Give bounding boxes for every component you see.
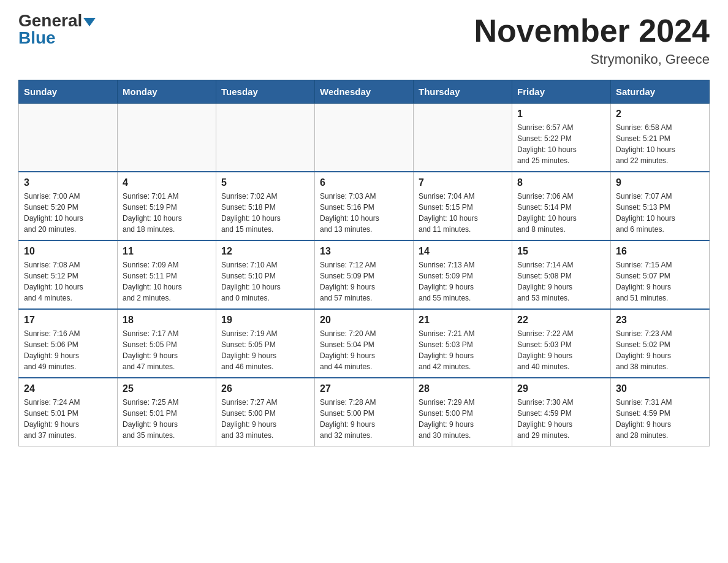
day-info: Sunrise: 7:31 AM Sunset: 4:59 PM Dayligh… bbox=[616, 397, 704, 441]
day-info: Sunrise: 7:17 AM Sunset: 5:05 PM Dayligh… bbox=[123, 328, 211, 372]
day-info: Sunrise: 7:00 AM Sunset: 5:20 PM Dayligh… bbox=[24, 191, 112, 235]
day-info: Sunrise: 7:28 AM Sunset: 5:00 PM Dayligh… bbox=[320, 397, 408, 441]
day-info: Sunrise: 7:06 AM Sunset: 5:14 PM Dayligh… bbox=[517, 191, 605, 235]
weekday-header-monday: Monday bbox=[118, 80, 216, 104]
day-info: Sunrise: 7:22 AM Sunset: 5:03 PM Dayligh… bbox=[517, 328, 605, 372]
calendar-day-cell: 28Sunrise: 7:29 AM Sunset: 5:00 PM Dayli… bbox=[414, 378, 512, 446]
calendar-day-cell: 20Sunrise: 7:20 AM Sunset: 5:04 PM Dayli… bbox=[315, 309, 414, 378]
day-number: 17 bbox=[24, 315, 112, 326]
calendar-day-cell: 30Sunrise: 7:31 AM Sunset: 4:59 PM Dayli… bbox=[611, 378, 710, 446]
calendar-day-cell: 10Sunrise: 7:08 AM Sunset: 5:12 PM Dayli… bbox=[19, 240, 118, 309]
weekday-header-saturday: Saturday bbox=[611, 80, 710, 104]
calendar-day-cell: 5Sunrise: 7:02 AM Sunset: 5:18 PM Daylig… bbox=[216, 172, 315, 240]
calendar-day-cell: 22Sunrise: 7:22 AM Sunset: 5:03 PM Dayli… bbox=[512, 309, 611, 378]
logo-triangle-icon bbox=[83, 18, 96, 26]
calendar-day-cell: 13Sunrise: 7:12 AM Sunset: 5:09 PM Dayli… bbox=[315, 240, 414, 309]
calendar-day-cell: 26Sunrise: 7:27 AM Sunset: 5:00 PM Dayli… bbox=[216, 378, 315, 446]
day-number: 2 bbox=[616, 109, 704, 120]
day-number: 30 bbox=[616, 383, 704, 394]
day-info: Sunrise: 7:30 AM Sunset: 4:59 PM Dayligh… bbox=[517, 397, 605, 441]
calendar-week-row: 24Sunrise: 7:24 AM Sunset: 5:01 PM Dayli… bbox=[19, 378, 710, 446]
day-number: 4 bbox=[123, 177, 211, 188]
calendar-day-cell: 7Sunrise: 7:04 AM Sunset: 5:15 PM Daylig… bbox=[414, 172, 512, 240]
day-number: 15 bbox=[517, 246, 605, 257]
day-number: 21 bbox=[419, 315, 507, 326]
day-number: 16 bbox=[616, 246, 704, 257]
calendar-day-cell: 2Sunrise: 6:58 AM Sunset: 5:21 PM Daylig… bbox=[611, 104, 710, 172]
calendar-week-row: 17Sunrise: 7:16 AM Sunset: 5:06 PM Dayli… bbox=[19, 309, 710, 378]
calendar-day-cell: 9Sunrise: 7:07 AM Sunset: 5:13 PM Daylig… bbox=[611, 172, 710, 240]
day-info: Sunrise: 7:04 AM Sunset: 5:15 PM Dayligh… bbox=[419, 191, 507, 235]
day-number: 18 bbox=[123, 315, 211, 326]
calendar-day-cell: 17Sunrise: 7:16 AM Sunset: 5:06 PM Dayli… bbox=[19, 309, 118, 378]
day-number: 29 bbox=[517, 383, 605, 394]
calendar-table: SundayMondayTuesdayWednesdayThursdayFrid… bbox=[18, 80, 710, 446]
day-info: Sunrise: 7:24 AM Sunset: 5:01 PM Dayligh… bbox=[24, 397, 112, 441]
day-info: Sunrise: 7:02 AM Sunset: 5:18 PM Dayligh… bbox=[221, 191, 309, 235]
day-number: 14 bbox=[419, 246, 507, 257]
logo-general-text: General bbox=[18, 11, 82, 30]
weekday-header-sunday: Sunday bbox=[19, 80, 118, 104]
day-number: 25 bbox=[123, 383, 211, 394]
calendar-day-cell bbox=[19, 104, 118, 172]
calendar-day-cell: 29Sunrise: 7:30 AM Sunset: 4:59 PM Dayli… bbox=[512, 378, 611, 446]
weekday-header-thursday: Thursday bbox=[414, 80, 512, 104]
day-number: 23 bbox=[616, 315, 704, 326]
calendar-day-cell bbox=[118, 104, 216, 172]
calendar-title: November 2024 bbox=[474, 12, 710, 49]
day-info: Sunrise: 7:15 AM Sunset: 5:07 PM Dayligh… bbox=[616, 259, 704, 304]
calendar-day-cell: 18Sunrise: 7:17 AM Sunset: 5:05 PM Dayli… bbox=[118, 309, 216, 378]
weekday-header-row: SundayMondayTuesdayWednesdayThursdayFrid… bbox=[19, 80, 710, 104]
calendar-day-cell: 27Sunrise: 7:28 AM Sunset: 5:00 PM Dayli… bbox=[315, 378, 414, 446]
calendar-day-cell: 11Sunrise: 7:09 AM Sunset: 5:11 PM Dayli… bbox=[118, 240, 216, 309]
calendar-day-cell: 21Sunrise: 7:21 AM Sunset: 5:03 PM Dayli… bbox=[414, 309, 512, 378]
calendar-day-cell: 1Sunrise: 6:57 AM Sunset: 5:22 PM Daylig… bbox=[512, 104, 611, 172]
calendar-week-row: 10Sunrise: 7:08 AM Sunset: 5:12 PM Dayli… bbox=[19, 240, 710, 309]
calendar-day-cell: 4Sunrise: 7:01 AM Sunset: 5:19 PM Daylig… bbox=[118, 172, 216, 240]
day-number: 19 bbox=[221, 315, 309, 326]
calendar-day-cell bbox=[216, 104, 315, 172]
calendar-week-row: 3Sunrise: 7:00 AM Sunset: 5:20 PM Daylig… bbox=[19, 172, 710, 240]
day-number: 7 bbox=[419, 177, 507, 188]
weekday-header-wednesday: Wednesday bbox=[315, 80, 414, 104]
calendar-week-row: 1Sunrise: 6:57 AM Sunset: 5:22 PM Daylig… bbox=[19, 104, 710, 172]
calendar-day-cell: 12Sunrise: 7:10 AM Sunset: 5:10 PM Dayli… bbox=[216, 240, 315, 309]
day-number: 26 bbox=[221, 383, 309, 394]
calendar-day-cell: 19Sunrise: 7:19 AM Sunset: 5:05 PM Dayli… bbox=[216, 309, 315, 378]
day-info: Sunrise: 7:08 AM Sunset: 5:12 PM Dayligh… bbox=[24, 259, 112, 304]
logo-bottom: Blue bbox=[18, 29, 56, 47]
calendar-day-cell bbox=[315, 104, 414, 172]
day-info: Sunrise: 6:57 AM Sunset: 5:22 PM Dayligh… bbox=[517, 122, 605, 166]
weekday-header-tuesday: Tuesday bbox=[216, 80, 315, 104]
day-info: Sunrise: 7:29 AM Sunset: 5:00 PM Dayligh… bbox=[419, 397, 507, 441]
calendar-day-cell: 24Sunrise: 7:24 AM Sunset: 5:01 PM Dayli… bbox=[19, 378, 118, 446]
day-number: 20 bbox=[320, 315, 408, 326]
calendar-day-cell bbox=[414, 104, 512, 172]
day-number: 22 bbox=[517, 315, 605, 326]
day-number: 10 bbox=[24, 246, 112, 257]
day-number: 13 bbox=[320, 246, 408, 257]
day-info: Sunrise: 7:23 AM Sunset: 5:02 PM Dayligh… bbox=[616, 328, 704, 372]
calendar-day-cell: 14Sunrise: 7:13 AM Sunset: 5:09 PM Dayli… bbox=[414, 240, 512, 309]
calendar-day-cell: 15Sunrise: 7:14 AM Sunset: 5:08 PM Dayli… bbox=[512, 240, 611, 309]
day-number: 8 bbox=[517, 177, 605, 188]
day-number: 27 bbox=[320, 383, 408, 394]
day-number: 24 bbox=[24, 383, 112, 394]
day-number: 28 bbox=[419, 383, 507, 394]
weekday-header-friday: Friday bbox=[512, 80, 611, 104]
day-info: Sunrise: 7:12 AM Sunset: 5:09 PM Dayligh… bbox=[320, 259, 408, 304]
header: General Blue November 2024 Strymoniko, G… bbox=[18, 12, 710, 67]
calendar-day-cell: 6Sunrise: 7:03 AM Sunset: 5:16 PM Daylig… bbox=[315, 172, 414, 240]
day-info: Sunrise: 7:13 AM Sunset: 5:09 PM Dayligh… bbox=[419, 259, 507, 304]
calendar-day-cell: 3Sunrise: 7:00 AM Sunset: 5:20 PM Daylig… bbox=[19, 172, 118, 240]
day-info: Sunrise: 7:10 AM Sunset: 5:10 PM Dayligh… bbox=[221, 259, 309, 304]
calendar-day-cell: 25Sunrise: 7:25 AM Sunset: 5:01 PM Dayli… bbox=[118, 378, 216, 446]
day-number: 11 bbox=[123, 246, 211, 257]
day-number: 3 bbox=[24, 177, 112, 188]
day-info: Sunrise: 7:14 AM Sunset: 5:08 PM Dayligh… bbox=[517, 259, 605, 304]
logo: General Blue bbox=[18, 12, 96, 47]
day-info: Sunrise: 7:03 AM Sunset: 5:16 PM Dayligh… bbox=[320, 191, 408, 235]
calendar-subtitle: Strymoniko, Greece bbox=[474, 52, 710, 67]
day-info: Sunrise: 7:27 AM Sunset: 5:00 PM Dayligh… bbox=[221, 397, 309, 441]
day-info: Sunrise: 6:58 AM Sunset: 5:21 PM Dayligh… bbox=[616, 122, 704, 166]
